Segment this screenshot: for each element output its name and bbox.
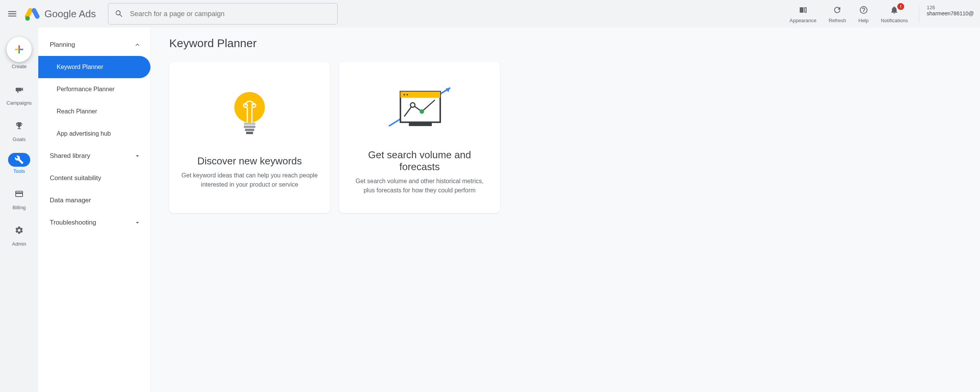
appearance-label: Appearance: [790, 18, 817, 23]
account-id: 126: [927, 5, 935, 10]
card-icon: [15, 189, 24, 198]
rail-campaigns[interactable]: Campaigns: [0, 80, 38, 106]
search-input[interactable]: [130, 10, 331, 18]
shared-library-label: Shared library: [50, 152, 90, 160]
subnav-keyword-planner[interactable]: Keyword Planner: [38, 56, 150, 78]
billing-label: Billing: [13, 205, 26, 210]
discover-desc: Get keyword ideas that can help you reac…: [181, 171, 318, 189]
main-content: Keyword Planner: [151, 28, 980, 392]
data-manager-label: Data manager: [50, 197, 91, 204]
svg-rect-1: [31, 7, 40, 20]
svg-point-20: [403, 94, 405, 95]
performance-planner-label: Performance Planner: [57, 86, 114, 93]
notifications-button[interactable]: ! Notifications: [875, 5, 914, 23]
subnav-data-manager[interactable]: Data manager: [38, 189, 150, 212]
rail-billing[interactable]: Billing: [0, 185, 38, 210]
subnav-troubleshooting[interactable]: Troubleshooting: [38, 212, 150, 234]
account-email: sharmeen786110@: [927, 10, 974, 16]
notifications-badge: !: [897, 3, 904, 10]
subnav-shared-library[interactable]: Shared library: [38, 145, 150, 167]
trophy-icon: [15, 121, 24, 130]
chevron-down-icon: [134, 152, 141, 160]
gear-icon: [15, 226, 24, 235]
main-menu-button[interactable]: [3, 5, 21, 23]
chart-illustration: [385, 80, 454, 134]
account-switcher[interactable]: 126 sharmeen786110@: [924, 5, 977, 16]
lightbulb-illustration: [232, 86, 267, 140]
planning-label: Planning: [50, 41, 75, 49]
divider: [919, 5, 919, 23]
brand-text: Google Ads: [44, 8, 96, 20]
troubleshooting-label: Troubleshooting: [50, 219, 96, 226]
forecasts-card[interactable]: Get search volume and forecasts Get sear…: [339, 62, 500, 213]
subnav-performance-planner[interactable]: Performance Planner: [38, 78, 150, 100]
chevron-down-icon: [134, 219, 141, 226]
reach-planner-label: Reach Planner: [57, 108, 97, 115]
create-label: Create: [11, 64, 26, 69]
discover-title: Discover new keywords: [197, 155, 302, 167]
app-header: Google Ads Appearance Refresh Help ! Not…: [0, 0, 980, 28]
svg-point-23: [420, 109, 424, 114]
rail-admin[interactable]: Admin: [0, 221, 38, 247]
google-ads-logo-icon: [24, 6, 40, 21]
subnav-content-suitability[interactable]: Content suitability: [38, 167, 150, 189]
help-button[interactable]: Help: [852, 5, 875, 23]
wrench-icon: [15, 155, 24, 164]
svg-rect-19: [400, 92, 440, 98]
appearance-button[interactable]: Appearance: [784, 5, 823, 23]
refresh-icon: [833, 5, 842, 15]
app-hub-label: App advertising hub: [57, 130, 111, 137]
notifications-label: Notifications: [881, 18, 908, 23]
svg-point-2: [25, 16, 30, 21]
refresh-button[interactable]: Refresh: [823, 5, 853, 23]
plus-icon: [13, 43, 25, 56]
rail-goals[interactable]: Goals: [0, 116, 38, 142]
subnav-planning[interactable]: Planning: [38, 34, 150, 56]
svg-rect-15: [246, 132, 253, 134]
admin-label: Admin: [12, 241, 26, 247]
refresh-label: Refresh: [829, 18, 846, 23]
svg-rect-6: [15, 49, 19, 50]
svg-point-7: [234, 92, 265, 123]
brand-logo[interactable]: Google Ads: [24, 6, 96, 21]
svg-rect-14: [245, 129, 254, 131]
page-title: Keyword Planner: [169, 37, 962, 50]
svg-point-22: [410, 103, 415, 107]
left-rail: Create Campaigns Goals Tools Billing Adm…: [0, 28, 38, 392]
rail-tools[interactable]: Tools: [0, 153, 38, 174]
card-row: Discover new keywords Get keyword ideas …: [169, 62, 962, 213]
create-button[interactable]: Create: [0, 37, 38, 69]
campaigns-label: Campaigns: [7, 100, 32, 106]
keyword-planner-label: Keyword Planner: [57, 64, 103, 71]
search-icon: [114, 9, 124, 18]
subnav-reach-planner[interactable]: Reach Planner: [38, 100, 150, 123]
hamburger-icon: [7, 8, 18, 19]
discover-keywords-card[interactable]: Discover new keywords Get keyword ideas …: [169, 62, 330, 213]
tools-label: Tools: [13, 168, 25, 174]
svg-rect-12: [244, 123, 255, 125]
megaphone-icon: [15, 85, 24, 94]
forecasts-title: Get search volume and forecasts: [351, 149, 488, 173]
svg-point-21: [407, 94, 408, 95]
search-box[interactable]: [108, 3, 338, 25]
forecasts-desc: Get search volume and other historical m…: [351, 177, 488, 195]
tools-subnav: Planning Keyword Planner Performance Pla…: [38, 28, 151, 392]
appearance-icon: [799, 5, 808, 15]
subnav-app-hub[interactable]: App advertising hub: [38, 123, 150, 145]
content-suitability-label: Content suitability: [50, 174, 101, 182]
help-label: Help: [858, 18, 869, 23]
svg-rect-24: [409, 122, 432, 126]
goals-label: Goals: [13, 136, 26, 142]
help-icon: [859, 5, 868, 15]
header-actions: Appearance Refresh Help ! Notifications …: [784, 5, 977, 23]
chevron-up-icon: [134, 41, 141, 49]
svg-rect-13: [244, 126, 255, 128]
